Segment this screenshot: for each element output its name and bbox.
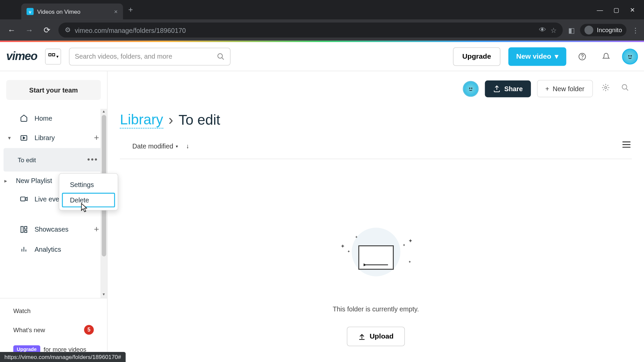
main-content: Share + New folder Library › To edit Dat… [108,71,644,362]
whats-new-badge: 5 [84,325,94,335]
maximize-icon[interactable]: ▢ [613,6,619,13]
member-avatar[interactable] [463,81,478,97]
analytics-icon [19,245,28,253]
browser-status-bar: https://vimeo.com/manage/folders/1896017… [0,352,125,362]
sidebar-item-analytics[interactable]: Analytics [0,240,107,258]
sidebar-item-watch[interactable]: Watch [0,302,107,320]
new-video-button[interactable]: New video ▾ [508,47,566,65]
workspace-switcher[interactable]: ▾ [45,48,61,64]
sidebar-item-label: Watch [13,307,31,314]
svg-point-19 [471,87,472,88]
incognito-badge[interactable]: Incognito [580,24,626,36]
sidebar-item-label: Analytics [35,245,61,252]
help-icon[interactable] [574,48,590,64]
app-header: vimeo ▾ Upgrade New video ▾ [0,42,644,71]
back-button[interactable]: ← [5,25,18,35]
svg-point-21 [622,84,627,89]
sidebar-subitem-label: To edit [18,156,36,163]
scroll-down-arrow[interactable]: ▾ [100,292,107,298]
context-menu-delete[interactable]: Delete [62,193,115,207]
folder-context-menu: Settings Delete [59,173,118,210]
list-view-icon[interactable] [621,139,632,153]
sidebar-subitem-label: New Playlist [16,177,52,184]
vimeo-favicon: v [26,8,34,15]
sidebar-item-label: Home [35,114,52,122]
svg-point-2 [218,53,222,58]
sort-dropdown[interactable]: Date modified ▾ [129,139,182,152]
svg-line-22 [626,88,628,90]
minimize-icon[interactable]: — [597,6,603,13]
svg-rect-1 [52,53,55,56]
side-panel-icon[interactable]: ◧ [568,26,575,34]
svg-point-7 [631,55,631,56]
svg-rect-10 [20,197,25,201]
sidebar-item-label: Library [35,134,55,141]
scroll-up-arrow[interactable]: ▴ [100,109,107,115]
showcases-icon [19,225,28,233]
user-avatar[interactable] [622,48,638,64]
menu-icon[interactable]: ⋮ [632,26,639,34]
new-folder-button[interactable]: + New folder [537,80,593,97]
forward-button: → [23,25,36,35]
svg-line-3 [222,57,224,59]
add-showcase-icon[interactable]: + [94,224,99,234]
settings-icon[interactable] [599,81,612,96]
breadcrumb-library-link[interactable]: Library [120,111,163,128]
bookmark-icon[interactable]: ☆ [550,26,556,34]
svg-rect-13 [24,226,27,229]
svg-point-20 [605,86,607,88]
visibility-icon[interactable]: 👁 [539,26,546,34]
chevron-down-icon: ▾ [176,143,178,148]
upgrade-button[interactable]: Upgrade [453,47,500,65]
breadcrumb: Library › To edit [120,111,632,128]
search-icon[interactable] [217,52,225,60]
start-team-button[interactable]: Start your team [6,80,101,100]
search-input[interactable] [75,53,217,60]
sidebar-item-showcases[interactable]: Showcases + [0,219,107,240]
incognito-icon [585,26,593,35]
plus-icon: + [545,85,549,92]
library-icon [19,134,28,142]
context-menu-settings[interactable]: Settings [59,176,118,193]
address-bar[interactable]: ⚙ vimeo.com/manage/folders/18960170 👁 ☆ [58,22,563,38]
close-window-icon[interactable]: ✕ [630,6,635,13]
vimeo-logo[interactable]: vimeo [6,50,37,63]
search-in-folder-icon[interactable] [619,81,632,96]
more-options-icon[interactable]: ••• [85,154,101,165]
sidebar-item-whats-new[interactable]: What's new 5 [0,320,107,340]
browser-tab-bar: v Videos on Vimeo × + — ▢ ✕ [0,0,644,19]
sidebar-item-home[interactable]: Home [0,109,107,127]
add-to-library-icon[interactable]: + [94,133,99,143]
empty-state-text: This folder is currently empty. [333,305,419,312]
url-text: vimeo.com/manage/folders/18960170 [75,26,186,34]
sort-row: Date modified ▾ ↓ [120,139,632,159]
sidebar-item-label: What's new [13,326,45,333]
video-icon [19,195,28,203]
content-toolbar: Share + New folder [120,80,632,97]
chevron-right-icon[interactable]: ▸ [4,178,10,184]
sidebar-item-library[interactable]: ▾ Library + [0,127,107,148]
share-icon [493,85,501,93]
chevron-down-icon: ▾ [555,52,558,61]
svg-rect-12 [21,226,23,232]
empty-folder-illustration: ✦ ✦ ✦ ✦ ✦ ✦ ▶ [343,239,409,283]
close-tab-icon[interactable]: × [114,8,118,15]
browser-tab[interactable]: v Videos on Vimeo × [21,4,123,19]
share-button[interactable]: Share [485,80,531,97]
new-tab-button[interactable]: + [128,5,133,14]
browser-toolbar: ← → ⟳ ⚙ vimeo.com/manage/folders/1896017… [0,19,644,41]
empty-state: ✦ ✦ ✦ ✦ ✦ ✦ ▶ This folder is currently e… [120,239,632,346]
sidebar-subitem-to-edit[interactable]: To edit ••• [4,148,104,172]
site-settings-icon[interactable]: ⚙ [65,26,70,34]
reload-button[interactable]: ⟳ [41,25,53,35]
chevron-down-icon[interactable]: ▾ [8,135,13,141]
notifications-icon[interactable] [598,48,614,64]
breadcrumb-separator: › [168,112,173,128]
upload-button[interactable]: Upload [347,327,405,346]
home-icon [19,114,28,122]
sort-direction-icon[interactable]: ↓ [186,142,189,149]
svg-marker-11 [25,197,27,201]
grid-icon [48,52,56,60]
sidebar-item-label: Showcases [35,226,68,233]
search-container[interactable] [69,48,230,65]
